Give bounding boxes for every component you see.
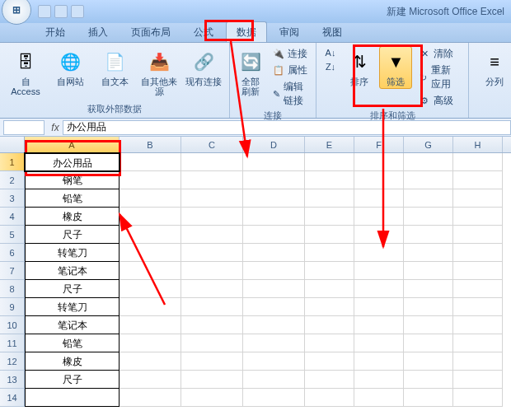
row-header[interactable]: 7 (0, 262, 25, 280)
cell[interactable] (243, 171, 305, 189)
sort-button[interactable]: ⇅排序 (343, 46, 376, 89)
cell[interactable] (181, 208, 243, 226)
cell[interactable] (181, 280, 243, 298)
sort-az-button[interactable]: A↓ (321, 46, 340, 59)
row-header[interactable]: 2 (0, 171, 25, 189)
cell[interactable] (354, 389, 404, 407)
col-header-e[interactable]: E (305, 137, 354, 152)
cell[interactable] (181, 171, 243, 189)
cell[interactable] (404, 316, 453, 334)
cell[interactable] (120, 189, 181, 208)
tab-review[interactable]: 审阅 (269, 21, 310, 42)
cell[interactable] (404, 280, 453, 298)
cell[interactable] (453, 371, 503, 389)
col-header-c[interactable]: C (181, 137, 243, 152)
cell[interactable] (120, 298, 181, 316)
from-access-button[interactable]: 🗄自 Access (5, 46, 46, 99)
cell[interactable] (181, 389, 243, 407)
cell[interactable] (354, 316, 404, 334)
cell[interactable] (181, 371, 243, 389)
cell[interactable] (181, 352, 243, 371)
select-all-corner[interactable] (0, 137, 25, 152)
cell[interactable]: 铅笔 (25, 189, 120, 208)
cell[interactable] (243, 208, 305, 226)
cell[interactable]: 笔记本 (25, 262, 120, 280)
cell[interactable] (181, 298, 243, 316)
cell[interactable]: 铅笔 (25, 334, 120, 352)
cell[interactable] (404, 352, 453, 371)
row-header[interactable]: 6 (0, 244, 25, 262)
from-web-button[interactable]: 🌐自网站 (49, 46, 91, 89)
cell[interactable] (243, 352, 305, 371)
row-header[interactable]: 9 (0, 298, 25, 316)
cell[interactable] (453, 153, 503, 171)
cell[interactable] (453, 298, 503, 316)
cell[interactable] (404, 298, 453, 316)
cell[interactable] (243, 334, 305, 352)
cell[interactable] (243, 371, 305, 389)
cell[interactable] (305, 316, 354, 334)
cell[interactable] (354, 171, 404, 189)
cell[interactable] (181, 316, 243, 334)
cell[interactable] (305, 371, 354, 389)
cell[interactable] (305, 244, 354, 262)
cell[interactable] (453, 244, 503, 262)
cell[interactable] (120, 244, 181, 262)
cell[interactable] (120, 316, 181, 334)
cell[interactable] (453, 352, 503, 371)
qat-save-icon[interactable] (38, 5, 51, 18)
row-header[interactable]: 13 (0, 371, 25, 389)
cell[interactable] (305, 189, 354, 208)
cell[interactable] (404, 226, 453, 244)
cell[interactable] (404, 153, 453, 171)
cell[interactable] (120, 389, 181, 407)
cell[interactable] (305, 208, 354, 226)
cell[interactable] (305, 389, 354, 407)
row-header[interactable]: 4 (0, 208, 25, 226)
row-header[interactable]: 5 (0, 226, 25, 244)
cell[interactable] (243, 226, 305, 244)
row-header[interactable]: 3 (0, 189, 25, 208)
cell[interactable] (120, 352, 181, 371)
fx-icon[interactable]: fx (48, 122, 63, 133)
cell[interactable] (354, 371, 404, 389)
sort-za-button[interactable]: Z↓ (321, 60, 340, 73)
text-to-columns-button[interactable]: ≡分列 (474, 46, 511, 89)
from-text-button[interactable]: 📄自文本 (94, 46, 135, 89)
cell[interactable] (453, 189, 503, 208)
cell[interactable] (404, 244, 453, 262)
cell[interactable] (305, 153, 354, 171)
row-header[interactable]: 14 (0, 389, 25, 407)
cell[interactable] (181, 153, 243, 171)
cell[interactable] (404, 262, 453, 280)
properties-button[interactable]: 📋属性 (270, 63, 311, 78)
cell[interactable] (305, 352, 354, 371)
cell[interactable] (404, 208, 453, 226)
cell[interactable] (404, 189, 453, 208)
col-header-d[interactable]: D (243, 137, 305, 152)
cell[interactable]: 尺子 (25, 280, 120, 298)
row-header[interactable]: 8 (0, 280, 25, 298)
cell[interactable] (404, 334, 453, 352)
cell[interactable] (354, 226, 404, 244)
reapply-button[interactable]: ↻重新应用 (415, 63, 463, 92)
cell[interactable] (181, 262, 243, 280)
tab-view[interactable]: 视图 (312, 21, 353, 42)
cell[interactable] (354, 189, 404, 208)
connections-button[interactable]: 🔌连接 (270, 46, 311, 62)
from-other-button[interactable]: 📥自其他来源 (138, 46, 180, 99)
col-header-f[interactable]: F (354, 137, 404, 152)
cell[interactable] (354, 280, 404, 298)
cell[interactable] (305, 334, 354, 352)
cell[interactable] (243, 298, 305, 316)
cell[interactable] (354, 352, 404, 371)
cell[interactable]: 钢笔 (25, 171, 120, 189)
tab-formulas[interactable]: 公式 (183, 21, 224, 42)
cell[interactable]: 尺子 (25, 371, 120, 389)
cell[interactable] (305, 298, 354, 316)
col-header-b[interactable]: B (120, 137, 181, 152)
filter-button[interactable]: ▼筛选 (379, 46, 412, 89)
cell[interactable] (181, 189, 243, 208)
row-header[interactable]: 1 (0, 153, 25, 171)
cell[interactable] (453, 389, 503, 407)
